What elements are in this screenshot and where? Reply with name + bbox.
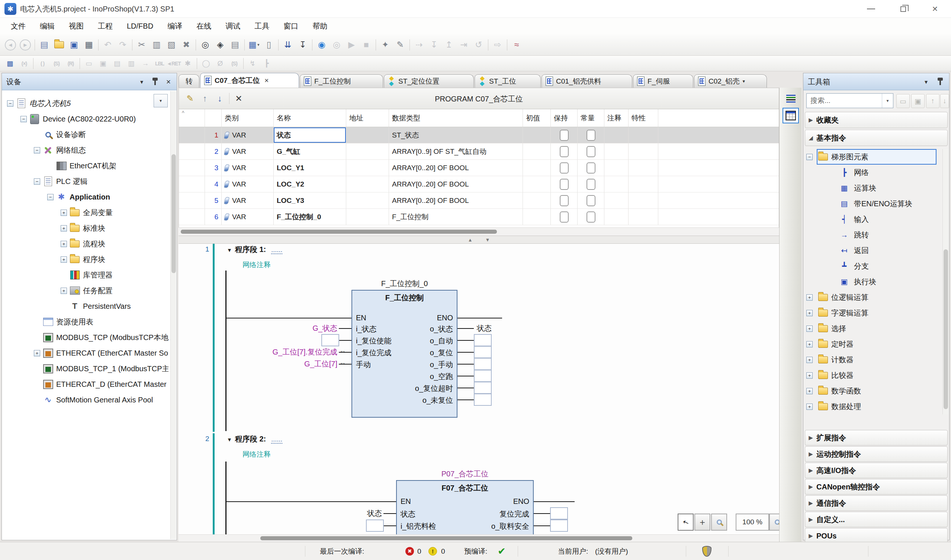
tree-item-19[interactable]: ∿SoftMotion General Axis Pool	[3, 392, 168, 408]
toolbox-item-2[interactable]: ▦运算块	[803, 180, 942, 196]
empty-operand-box[interactable]	[474, 370, 492, 382]
empty-operand-box[interactable]	[366, 520, 384, 532]
tree-item-18[interactable]: ETHERCAT_D (EtherCAT Master	[3, 377, 168, 392]
trace-icon[interactable]: ≈	[509, 37, 524, 52]
constant-checkbox[interactable]	[587, 195, 596, 206]
tab-2[interactable]: F_工位控制	[300, 74, 383, 88]
generate-code-icon[interactable]: ↧	[295, 37, 310, 52]
toolbox-section-1[interactable]: ▶运动控制指令	[805, 446, 948, 462]
build-icon[interactable]: ⇊	[280, 37, 295, 52]
constant-checkbox[interactable]	[587, 211, 596, 223]
input-operand[interactable]: G_工位[7].复位完成	[201, 347, 337, 357]
network-header[interactable]: ▼程序段 1:......	[227, 245, 282, 255]
table-row-1[interactable]: 1VAR状态ST_状态	[179, 127, 779, 143]
scrollbar-thumb[interactable]	[260, 536, 632, 540]
toolbox-item-0[interactable]: −梯形图元素	[803, 149, 942, 165]
pan-tool-button[interactable]: ＋	[695, 514, 710, 531]
zoom-tool-button[interactable]	[711, 514, 727, 531]
zoom-level[interactable]: 100 %	[736, 514, 769, 531]
empty-operand-box[interactable]	[321, 334, 339, 346]
constant-checkbox[interactable]	[587, 179, 596, 190]
toolbox-item-10[interactable]: +字逻辑运算	[803, 305, 942, 321]
table-cell[interactable]	[577, 192, 604, 208]
name-cell-selected[interactable]: 状态	[274, 128, 346, 143]
paste-icon[interactable]: ▧	[164, 37, 179, 52]
table-horizontal-scrollbar[interactable]	[179, 228, 779, 235]
tab-4[interactable]: ST_工位	[475, 74, 541, 88]
toolbox-section-2[interactable]: ▶高速I/O指令	[805, 463, 948, 478]
toolbox-item-4[interactable]: ┥输入	[803, 211, 942, 227]
output-operand[interactable]: 状态	[477, 323, 492, 333]
select-in-project-icon[interactable]: ▤	[228, 37, 242, 52]
close-button[interactable]: ✕	[919, 0, 951, 18]
tab-1[interactable]: C07_合芯工位✕	[200, 73, 299, 88]
menu-item-4[interactable]: LD/FBD	[120, 18, 160, 34]
menu-item-6[interactable]: 在线	[189, 18, 218, 34]
panel-pin-button[interactable]	[934, 73, 947, 90]
retain-checkbox[interactable]	[560, 195, 569, 206]
expander-minus-icon[interactable]: −	[47, 194, 54, 200]
fb-instance-name[interactable]: P07_合芯工位	[396, 469, 534, 479]
retain-checkbox[interactable]	[560, 130, 569, 141]
table-cell[interactable]	[551, 160, 577, 176]
declaration-splitter[interactable]: ▲▼	[179, 235, 779, 244]
empty-operand-box[interactable]	[474, 358, 492, 370]
empty-operand-box[interactable]	[474, 346, 492, 358]
tree-item-12[interactable]: +任务配置	[3, 283, 168, 298]
chevron-down-icon[interactable]: ▾	[882, 94, 893, 108]
expander-plus-icon[interactable]: +	[806, 326, 813, 332]
network-header[interactable]: ▼程序段 2:......	[227, 434, 282, 444]
table-cell[interactable]	[551, 143, 577, 159]
tree-item-13[interactable]: TPersistentVars	[3, 298, 168, 314]
tree-item-3[interactable]: −网络组态	[3, 142, 168, 158]
tree-item-4[interactable]: EtherCAT机架	[3, 158, 168, 174]
project-dropdown-button[interactable]: ▾	[154, 94, 168, 108]
tree-item-15[interactable]: MODBUS_TCP (ModbusTCP本地	[3, 329, 168, 345]
restore-button[interactable]	[887, 0, 919, 18]
tree-item-5[interactable]: −PLC 逻辑	[3, 174, 168, 189]
panel-close-button[interactable]: ✕	[162, 73, 175, 90]
tree-item-2[interactable]: 设备诊断	[3, 127, 168, 142]
input-operand[interactable]: G_工位[7]	[201, 359, 337, 369]
expander-plus-icon[interactable]: +	[806, 357, 813, 363]
table-cell[interactable]	[551, 176, 577, 192]
toolbox-item-15[interactable]: +数学函数	[803, 383, 942, 399]
tree-item-6[interactable]: −✱Application	[3, 189, 168, 205]
expander-minus-icon[interactable]: −	[7, 100, 13, 107]
new-project-icon[interactable]: ▤	[37, 37, 52, 52]
select-tool-button[interactable]: ↖	[678, 514, 694, 531]
network-comment-link[interactable]: ......	[271, 246, 282, 254]
toolbox-item-1[interactable]: ┣网络	[803, 165, 942, 180]
expander-plus-icon[interactable]: +	[806, 403, 813, 410]
toolbox-item-11[interactable]: +选择	[803, 321, 942, 336]
tab-6[interactable]: F_伺服	[633, 74, 693, 88]
expander-plus-icon[interactable]: +	[61, 241, 67, 247]
toolbox-item-16[interactable]: +数据处理	[803, 399, 942, 414]
menu-item-9[interactable]: 窗口	[276, 18, 305, 34]
tree-item-1[interactable]: −Device (AC802-0222-U0R0)	[3, 111, 168, 127]
menu-item-10[interactable]: 帮助	[305, 18, 334, 34]
expander-plus-icon[interactable]: +	[806, 310, 813, 316]
menu-item-3[interactable]: 工程	[91, 18, 120, 34]
retain-checkbox[interactable]	[560, 179, 569, 190]
table-cell[interactable]	[577, 176, 604, 192]
menu-item-8[interactable]: 工具	[247, 18, 276, 34]
toolbox-item-12[interactable]: +定时器	[803, 336, 942, 352]
fb-instance-name[interactable]: F_工位控制_0	[352, 279, 457, 289]
panel-pin-button[interactable]	[148, 73, 162, 90]
ladder-horizontal-scrollbar[interactable]	[179, 534, 779, 542]
expander-plus-icon[interactable]: +	[61, 288, 67, 294]
device-tree-scrollbar[interactable]	[170, 91, 176, 539]
scrollbar-thumb[interactable]	[943, 249, 948, 409]
toolbox-item-14[interactable]: +比较器	[803, 368, 942, 383]
table-row-5[interactable]: 5VARLOC_Y3ARRAY[0..20] OF BOOL	[179, 192, 779, 209]
toolbox-section-6[interactable]: ▶POUs	[805, 528, 948, 544]
expander-plus-icon[interactable]: +	[34, 350, 40, 356]
delete-icon[interactable]: ✖	[179, 37, 194, 52]
empty-operand-box[interactable]	[474, 394, 492, 406]
toolbox-section-basic[interactable]: ◢基本指令	[805, 130, 948, 146]
expander-plus-icon[interactable]: +	[806, 372, 813, 378]
insert-network-icon[interactable]: ▩	[3, 58, 17, 69]
constant-checkbox[interactable]	[587, 162, 596, 174]
tree-item-9[interactable]: +流程块	[3, 236, 168, 252]
